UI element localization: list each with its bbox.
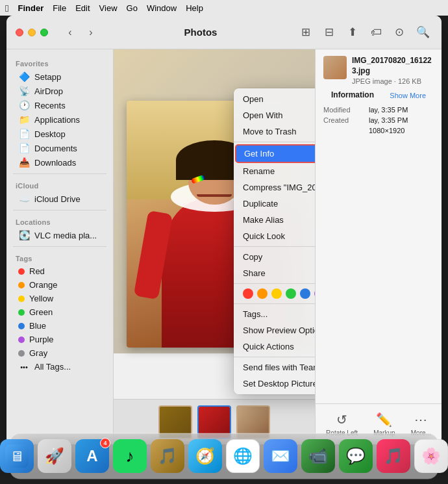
menubar-view[interactable]: View — [99, 3, 118, 13]
ctx-compress-label: Compress "IMG_20170820_161223.jpg" — [243, 183, 315, 192]
menubar-go[interactable]: Go — [127, 3, 138, 13]
ctx-color-dots — [234, 286, 315, 301]
search-icon[interactable]: 🔍 — [413, 23, 432, 42]
dock-music[interactable]: 🎵 — [377, 439, 410, 473]
sidebar-item-applications[interactable]: 📁 Applications — [9, 112, 110, 127]
sidebar-item-setapp[interactable]: 🔷 Setapp — [9, 70, 110, 84]
sidebar-item-orange[interactable]: Orange — [9, 278, 110, 292]
ctx-open-with-label: Open With — [243, 110, 282, 120]
ctx-open-with[interactable]: Open With › — [234, 107, 315, 123]
ctx-color-purple[interactable] — [314, 288, 315, 299]
ctx-share[interactable]: Share › — [234, 265, 315, 281]
display-options-icon[interactable]: ⊞ — [296, 23, 316, 42]
sidebar-item-all-tags[interactable]: ••• All Tags... — [9, 360, 110, 374]
ctx-quick-look[interactable]: Quick Look — [234, 228, 315, 244]
menubar-finder[interactable]: Finder — [18, 3, 44, 13]
ctx-quick-actions[interactable]: Quick Actions › — [234, 338, 315, 355]
right-panel: IMG_20170820_161223.jpg JPEG image · 126… — [315, 49, 442, 444]
dock-appstore[interactable]: A 4 — [75, 439, 109, 473]
close-button[interactable] — [16, 29, 23, 36]
ctx-color-red[interactable] — [243, 288, 253, 299]
back-button[interactable]: ‹ — [61, 23, 79, 42]
ctx-color-yellow[interactable] — [271, 288, 282, 299]
ctx-teamviewer-label: Send files with TeamViewer — [243, 363, 315, 372]
minimize-button[interactable] — [28, 29, 36, 36]
sidebar: Favorites 🔷 Setapp 📡 AirDrop 🕐 Recents 📁… — [6, 49, 114, 444]
ctx-get-info[interactable]: Get Info — [235, 144, 315, 163]
grid-view-icon[interactable]: ⊟ — [319, 23, 339, 42]
ctx-quick-actions-label: Quick Actions — [243, 342, 294, 351]
sidebar-item-yellow[interactable]: Yellow — [9, 292, 110, 305]
sidebar-item-gray[interactable]: Gray — [9, 346, 110, 360]
documents-icon: 📄 — [18, 143, 30, 153]
apple-menu[interactable]:  — [5, 3, 8, 14]
nav-buttons: ‹ › — [61, 23, 100, 42]
sidebar-item-recents[interactable]: 🕐 Recents — [9, 98, 110, 112]
modified-row: Modified lay, 3:35 PM — [316, 105, 442, 115]
show-more-button[interactable]: Show More — [382, 90, 434, 101]
file-info: IMG_20170820_161223.jpg JPEG image · 126… — [352, 56, 434, 85]
applications-icon: 📁 — [18, 114, 30, 125]
dock-finder[interactable]: 🖥 — [0, 439, 34, 473]
forward-button[interactable]: › — [82, 23, 100, 42]
sidebar-item-vlc[interactable]: 💽 VLC media pla... — [9, 228, 110, 242]
ctx-rename-label: Rename — [243, 166, 275, 176]
menubar-help[interactable]: Help — [186, 3, 203, 13]
dimensions-value: 1080×1920 — [369, 127, 404, 134]
sidebar-item-documents[interactable]: 📄 Documents — [9, 141, 110, 155]
dock-messages[interactable]: 💬 — [339, 439, 373, 473]
vlc-icon: 💽 — [18, 230, 30, 240]
ctx-tags[interactable]: Tags... — [234, 306, 315, 322]
ctx-color-orange[interactable] — [257, 288, 268, 299]
sidebar-item-icloud[interactable]: ☁️ iCloud Drive — [9, 192, 110, 206]
ctx-show-preview[interactable]: Show Preview Options — [234, 322, 315, 338]
desktop-icon: 📄 — [18, 129, 30, 139]
ctx-tags-label: Tags... — [243, 309, 268, 319]
sidebar-item-documents-label: Documents — [34, 144, 77, 153]
window-body: Favorites 🔷 Setapp 📡 AirDrop 🕐 Recents 📁… — [6, 49, 442, 444]
action-icon[interactable]: ⊙ — [390, 23, 409, 42]
tag-icon[interactable]: 🏷 — [366, 23, 386, 42]
red-tag-dot — [18, 268, 25, 275]
info-section-title: Information — [323, 89, 382, 102]
sidebar-item-blue[interactable]: Blue — [9, 319, 110, 333]
ctx-teamviewer[interactable]: Send files with TeamViewer — [234, 359, 315, 376]
sidebar-item-desktop[interactable]: 📄 Desktop — [9, 127, 110, 141]
red-tag-label: Red — [29, 266, 45, 276]
file-name: IMG_20170820_161223.jpg — [352, 56, 434, 76]
sidebar-divider-2 — [13, 210, 106, 210]
markup-icon: ✏️ — [376, 412, 392, 427]
menubar-file[interactable]: File — [53, 3, 66, 13]
ctx-color-blue[interactable] — [300, 288, 310, 299]
window-title: Photos — [110, 27, 291, 38]
gray-tag-label: Gray — [29, 348, 47, 358]
ctx-copy[interactable]: Copy — [234, 249, 315, 265]
ctx-compress[interactable]: Compress "IMG_20170820_161223.jpg" — [234, 179, 315, 196]
sidebar-item-airdrop[interactable]: 📡 AirDrop — [9, 84, 110, 98]
orange-tag-dot — [18, 282, 25, 288]
sidebar-item-green[interactable]: Green — [9, 305, 110, 319]
ctx-duplicate[interactable]: Duplicate — [234, 196, 315, 212]
ctx-make-alias[interactable]: Make Alias — [234, 212, 315, 228]
titlebar: ‹ › Photos ⊞ ⊟ ⬆ 🏷 ⊙ 🔍 — [6, 16, 442, 49]
dock-launchpad[interactable]: 🚀 — [38, 439, 71, 473]
fullscreen-button[interactable] — [40, 29, 48, 36]
sidebar-item-vlc-label: VLC media pla... — [34, 231, 97, 240]
sidebar-item-purple[interactable]: Purple — [9, 333, 110, 346]
ctx-separator-5 — [234, 357, 315, 357]
menubar-edit[interactable]: Edit — [75, 3, 90, 13]
dock-photos[interactable]: 🌸 — [414, 439, 448, 473]
menubar-window[interactable]: Window — [147, 3, 177, 13]
ctx-color-green[interactable] — [286, 288, 296, 299]
ctx-quick-look-label: Quick Look — [243, 231, 285, 241]
file-header: IMG_20170820_161223.jpg JPEG image · 126… — [316, 49, 442, 89]
ctx-rename[interactable]: Rename — [234, 163, 315, 179]
sidebar-item-red[interactable]: Red — [9, 264, 110, 278]
sidebar-item-downloads[interactable]: 📥 Downloads — [9, 155, 110, 170]
ctx-open[interactable]: Open — [234, 91, 315, 107]
ctx-move-trash[interactable]: Move to Trash — [234, 123, 315, 140]
ctx-set-desktop[interactable]: Set Desktop Picture — [234, 376, 315, 392]
share-icon[interactable]: ⬆ — [343, 23, 362, 42]
more-icon: ⋯ — [414, 412, 427, 427]
file-thumbnail — [323, 56, 347, 79]
